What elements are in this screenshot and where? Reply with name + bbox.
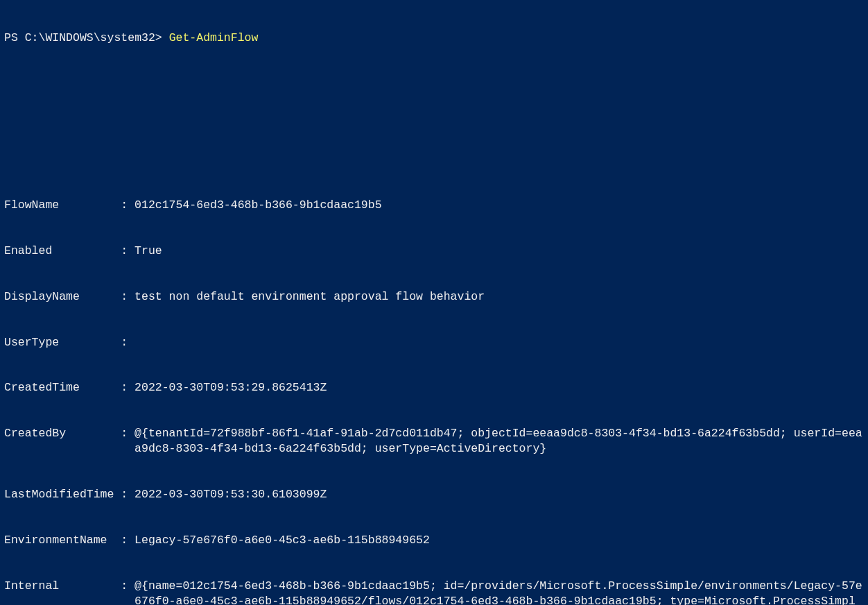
property-value: Legacy-57e676f0-a6e0-45c3-ae6b-115b88949… [134, 533, 862, 548]
property-row: CreatedBy: @{tenantId=72f988bf-86f1-41af… [4, 426, 868, 457]
property-label: EnvironmentName [4, 533, 121, 548]
command-line: PS C:\WINDOWS\system32> Get-AdminFlow [4, 31, 868, 46]
property-value: test non default environment approval fl… [134, 289, 862, 305]
property-value: 2022-03-30T09:53:29.8625413Z [134, 380, 862, 395]
property-label: Internal [4, 579, 121, 594]
property-row: LastModifiedTime: 2022-03-30T09:53:30.61… [4, 487, 868, 502]
colon: : [121, 335, 134, 350]
property-label: LastModifiedTime [4, 487, 121, 502]
property-value: @{tenantId=72f988bf-86f1-41af-91ab-2d7cd… [134, 426, 862, 457]
colon: : [121, 533, 134, 548]
property-label: Enabled [4, 244, 121, 259]
property-row: FlowName: 012c1754-6ed3-468b-b366-9b1cda… [4, 198, 868, 213]
property-row: CreatedTime: 2022-03-30T09:53:29.8625413… [4, 380, 868, 395]
blank-line [4, 122, 868, 137]
powershell-terminal[interactable]: PS C:\WINDOWS\system32> Get-AdminFlow Fl… [0, 0, 868, 605]
property-value: @{name=012c1754-6ed3-468b-b366-9b1cdaac1… [134, 579, 862, 605]
property-label: CreatedTime [4, 380, 121, 395]
property-row: DisplayName: test non default environmen… [4, 289, 868, 305]
property-label: CreatedBy [4, 426, 121, 441]
property-value: 012c1754-6ed3-468b-b366-9b1cdaac19b5 [134, 198, 862, 213]
blank-line [4, 76, 868, 92]
property-label: FlowName [4, 198, 121, 213]
property-row: UserType: [4, 335, 868, 350]
command-text: Get-AdminFlow [169, 31, 259, 44]
colon: : [121, 244, 134, 259]
property-row: Internal: @{name=012c1754-6ed3-468b-b366… [4, 579, 868, 605]
colon: : [121, 426, 134, 441]
property-label: DisplayName [4, 289, 121, 305]
colon: : [121, 487, 134, 502]
property-value: 2022-03-30T09:53:30.6103099Z [134, 487, 862, 502]
colon: : [121, 380, 134, 395]
property-row: EnvironmentName: Legacy-57e676f0-a6e0-45… [4, 533, 868, 548]
property-row: Enabled: True [4, 244, 868, 259]
property-value: True [134, 244, 862, 259]
colon: : [121, 289, 134, 305]
colon: : [121, 579, 134, 594]
colon: : [121, 198, 134, 213]
property-label: UserType [4, 335, 121, 350]
prompt-prefix: PS C:\WINDOWS\system32> [4, 31, 169, 44]
